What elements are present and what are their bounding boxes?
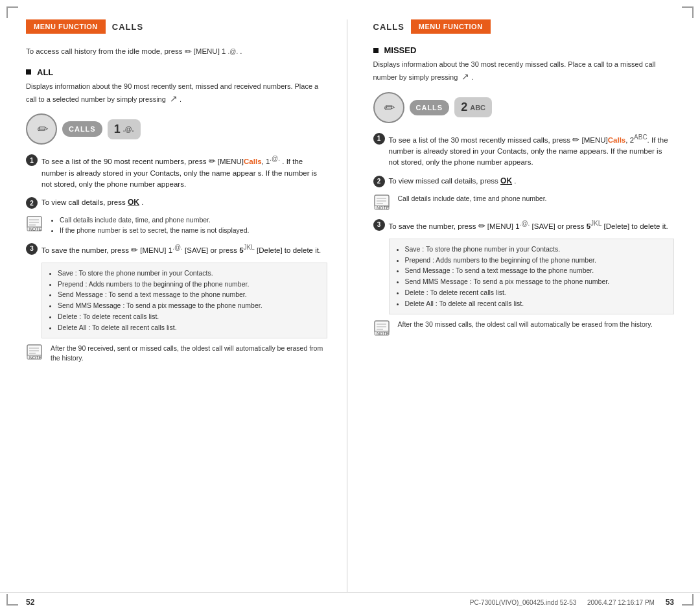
pen-icon-m3: ✏ <box>478 220 485 230</box>
right-page-number: 53 <box>666 598 674 607</box>
ok-label-2: OK <box>500 176 512 185</box>
main-content: MENU FUNCTION CALLS To access call histo… <box>0 0 700 592</box>
note-auto-text-right: After the 30 missed calls, the oldest ca… <box>398 320 653 330</box>
subscript-3: .@. <box>172 244 183 251</box>
note-icon-2: NOTE <box>26 344 45 362</box>
missed-info-3: Send Message : To send a text message to… <box>405 265 668 276</box>
calls-highlight-2: Calls <box>608 136 626 144</box>
note-box-auto-right: NOTE After the 30 missed calls, the olde… <box>373 320 675 338</box>
svg-text:NOTE: NOTE <box>29 355 42 360</box>
missed-step-3-text: To save the number, press ✏ [MENU] 1.@. … <box>389 218 668 232</box>
missed-info-4: Send MMS Message : To send a pix message… <box>405 276 668 287</box>
step-2-all: 2 To view call details, press OK . <box>26 196 327 209</box>
step-2-text: To view call details, press OK . <box>41 196 143 208</box>
missed-step-1-text: To see a list of the 30 most recently mi… <box>389 132 675 169</box>
left-menu-function-badge: MENU FUNCTION <box>26 19 106 34</box>
step-3-all: 3 To save the number, press ✏ [MENU] 1.@… <box>26 242 327 256</box>
info-bullet-1: Save : To store the phone number in your… <box>58 268 320 279</box>
missed-phone-circle-icon: ✏ <box>373 92 404 123</box>
pen-icon-1: ✏ <box>209 156 216 166</box>
intro-menu: [MENU] 1 <box>194 46 226 57</box>
right-header-bar: CALLS MENU FUNCTION <box>373 19 675 34</box>
all-diagram: ✏ CALLS 1 .@. <box>26 113 327 145</box>
note-text-missed: Call details include date, time and phon… <box>398 194 547 204</box>
missed-step-num-3: 3 <box>373 219 385 231</box>
section-all-title: ALL <box>37 67 53 77</box>
left-page-number: 52 <box>26 598 34 607</box>
svg-text:NOTE: NOTE <box>29 227 42 231</box>
note-bullet-1: Call details include date, time, and pho… <box>60 215 249 226</box>
pen-icon-3: ✏ <box>131 244 138 254</box>
left-intro-text: To access call history from the idle mod… <box>26 45 327 58</box>
square-bullet-missed <box>373 48 379 53</box>
svg-text:NOTE: NOTE <box>377 331 390 336</box>
num-2: 2 <box>461 100 467 114</box>
step-num-3: 3 <box>26 243 38 255</box>
note-auto-text-left: After the 90 received, sent or missed ca… <box>51 344 327 364</box>
num-bubble-1: 1 .@. <box>108 119 141 139</box>
missed-info-5: Delete : To delete recent calls list. <box>405 287 668 298</box>
section-all-desc: Displays information about the 90 most r… <box>26 81 327 106</box>
step-num-1: 1 <box>26 154 38 166</box>
step-1-missed: 1 To see a list of the 30 most recently … <box>373 132 675 169</box>
phone-arrow-icon-left: ↗ <box>170 93 178 104</box>
num-1: 1 <box>114 123 121 136</box>
info-bullet-5: Delete : To delete recent calls list. <box>58 311 320 322</box>
square-bullet-all <box>26 69 31 75</box>
info-box-all: Save : To store the phone number in your… <box>41 263 327 338</box>
corner-mark-br <box>682 594 694 606</box>
phone-circle-icon: ✏ <box>26 113 57 145</box>
note-box-auto-left: NOTE After the 90 received, sent or miss… <box>26 344 327 364</box>
note-icon-4: NOTE <box>373 320 393 338</box>
step-3-missed: 3 To save the number, press ✏ [MENU] 1.@… <box>373 218 675 232</box>
step-3-text: To save the number, press ✏ [MENU] 1.@. … <box>41 242 321 256</box>
intro-subscript: .@. <box>228 47 238 56</box>
footer-left: 52 <box>26 598 34 607</box>
section-all-heading: ALL <box>26 67 327 77</box>
svg-text:NOTE: NOTE <box>377 206 390 210</box>
num-bubble-2: 2 ABC <box>454 97 492 117</box>
dot-at-dot: .@. <box>123 125 134 133</box>
missed-step-num-2: 2 <box>373 176 385 187</box>
footer-file: PC-7300L(VIVO)_060425.indd 52-53 <box>470 599 577 606</box>
missed-step-2-text: To view missed call details, press OK . <box>389 175 517 187</box>
note-box-missed: NOTE Call details include date, time and… <box>373 194 675 212</box>
section-missed-title: MISSED <box>384 45 417 55</box>
subscript-5m: JKL <box>590 220 601 227</box>
footer: 52 PC-7300L(VIVO)_060425.indd 52-53 2006… <box>0 592 700 612</box>
left-page: MENU FUNCTION CALLS To access call histo… <box>26 19 347 592</box>
missed-info-2: Prepend : Adds numbers to the beginning … <box>405 255 668 266</box>
calls-highlight-1: Calls <box>244 158 262 165</box>
info-bullet-4: Send MMS Message : To send a pix message… <box>58 300 320 311</box>
footer-right: PC-7300L(VIVO)_060425.indd 52-53 2006.4.… <box>470 598 674 607</box>
info-bullet-6: Delete All : To delete all recent calls … <box>58 322 320 333</box>
right-page: CALLS MENU FUNCTION MISSED Displays info… <box>347 19 675 592</box>
pen-icon-m1: ✏ <box>572 135 579 145</box>
corner-mark-bl <box>6 594 18 606</box>
info-bullet-2: Prepend : Adds numbers to the beginning … <box>58 279 320 290</box>
abc-sup: ABC <box>634 134 648 141</box>
missed-diagram: ✏ CALLS 2 ABC <box>373 92 675 123</box>
left-calls-label: CALLS <box>112 22 143 32</box>
left-header-bar: MENU FUNCTION CALLS <box>26 19 327 34</box>
pen-icon-intro: ✏ <box>185 45 192 58</box>
ok-label-1: OK <box>128 198 139 207</box>
calls-bubble-left: CALLS <box>62 121 102 137</box>
abc-subscript: ABC <box>470 104 485 112</box>
note-text-1: Call details include date, time, and pho… <box>51 215 249 236</box>
footer-date: 2006.4.27 12:16:17 PM <box>587 599 655 606</box>
step-2-missed: 2 To view missed call details, press OK … <box>373 175 675 187</box>
section-missed-heading: MISSED <box>373 45 675 55</box>
note-icon-3: NOTE <box>373 194 393 212</box>
step-1-text: To see a list of the 90 most recent numb… <box>41 154 327 190</box>
page-outer: MENU FUNCTION CALLS To access call histo… <box>0 0 700 612</box>
subscript-5: JKL <box>244 244 255 251</box>
info-box-missed: Save : To store the phone number in your… <box>389 239 675 314</box>
subscript-1: .@. <box>270 155 280 162</box>
missed-info-6: Delete All : To delete all recent calls … <box>405 298 668 309</box>
intro-prefix: To access call history from the idle mod… <box>26 46 183 57</box>
step-num-2: 2 <box>26 197 38 209</box>
corner-mark-tr <box>682 6 694 18</box>
subscript-m3: .@. <box>520 220 530 227</box>
note-icon-1: NOTE <box>26 215 45 233</box>
